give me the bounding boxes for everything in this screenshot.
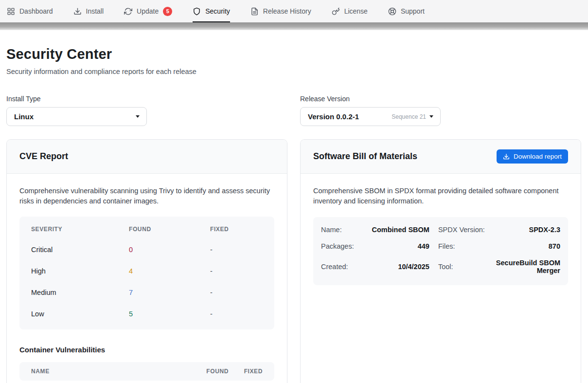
severity-table: SEVERITY FOUND FIXED Critical 0 - High 4 (19, 217, 274, 329)
sbom-description: Comprehensive SBOM in SPDX format provid… (313, 186, 568, 206)
page-root: Dashboard Install Update 5 Security Re (0, 0, 588, 383)
life-buoy-icon (388, 7, 396, 16)
detail-label: SPDX Version: (438, 221, 485, 238)
container-vulnerabilities-title: Container Vulnerabilities (19, 346, 274, 354)
detail-value: 10/4/2025 (363, 255, 429, 279)
nav-shadow-divider (0, 22, 588, 30)
col-found: FOUND (129, 226, 210, 233)
table-row: Low 5 - (19, 303, 274, 325)
nav-label: Dashboard (19, 7, 53, 15)
fixed-count: - (210, 267, 263, 275)
col-found: FOUND (198, 368, 229, 375)
found-count: 7 (129, 289, 210, 296)
severity-table-header: SEVERITY FOUND FIXED (19, 219, 274, 239)
fixed-count: - (210, 289, 263, 296)
nav-item-license[interactable]: License (332, 0, 368, 22)
nav-item-update[interactable]: Update 5 (124, 0, 172, 22)
fixed-count: - (210, 246, 263, 254)
col-fixed: FIXED (210, 226, 263, 233)
cve-report-card: CVE Report Comprehensive vulnerability s… (6, 139, 287, 383)
severity-name: Low (31, 310, 129, 318)
key-icon (332, 7, 340, 16)
install-type-label: Install Type (6, 95, 287, 103)
cve-description: Comprehensive vulnerability scanning usi… (19, 186, 274, 206)
nav-item-release-history[interactable]: Release History (250, 0, 311, 22)
detail-value: SecureBuild SBOM Merger (494, 255, 560, 279)
shield-icon (193, 7, 201, 16)
nav-item-install[interactable]: Install (73, 0, 104, 22)
severity-name: Critical (31, 246, 129, 254)
detail-label: Name: (321, 221, 354, 238)
page-title: Security Center (6, 46, 581, 62)
nav-label: Update (137, 7, 159, 15)
detail-value: SPDX-2.3 (494, 221, 560, 238)
sequence-badge: Sequence 21 (392, 113, 426, 120)
detail-value: 449 (363, 238, 429, 255)
refresh-icon (124, 7, 132, 16)
release-version-group: Release Version Version 0.0.2-1 Sequence… (300, 95, 581, 126)
nav-label: License (344, 7, 368, 15)
download-icon (73, 7, 82, 16)
release-version-select[interactable]: Version 0.0.2-1 Sequence 21 (300, 107, 441, 126)
detail-value: Combined SBOM (363, 221, 429, 238)
dashboard-grid-icon (7, 7, 15, 16)
fixed-count: - (210, 310, 263, 318)
sbom-details-table: Name: Combined SBOM SPDX Version: SPDX-2… (313, 217, 568, 285)
found-count: 0 (129, 246, 210, 254)
found-count: 4 (129, 267, 210, 275)
chevron-down-icon (429, 115, 433, 118)
nav-label: Release History (263, 7, 311, 15)
install-type-value: Linux (14, 112, 34, 121)
table-row: Critical 0 - (19, 239, 274, 260)
severity-name: High (31, 267, 129, 275)
detail-label: Packages: (321, 238, 354, 255)
detail-label: Tool: (438, 255, 485, 279)
nav-label: Security (205, 7, 230, 15)
detail-label: Created: (321, 255, 354, 279)
filters-row: Install Type Linux Release Version Versi… (6, 95, 581, 126)
update-count-badge: 5 (163, 7, 172, 16)
nav-item-security[interactable]: Security (193, 0, 230, 22)
download-icon (503, 153, 510, 160)
chevron-down-icon (136, 115, 140, 118)
nav-item-support[interactable]: Support (388, 0, 425, 22)
table-row: High 4 - (19, 260, 274, 282)
cve-card-title: CVE Report (19, 151, 68, 162)
release-version-value: Version 0.0.2-1 (308, 112, 359, 121)
found-count: 5 (129, 310, 210, 318)
page-subtitle: Security information and compliance repo… (6, 68, 581, 75)
col-severity: SEVERITY (31, 226, 129, 233)
detail-value: 870 (494, 238, 560, 255)
nav-item-dashboard[interactable]: Dashboard (7, 0, 53, 22)
top-nav: Dashboard Install Update 5 Security Re (0, 0, 588, 22)
sbom-card-title: Software Bill of Materials (313, 151, 417, 162)
download-report-label: Download report (514, 153, 562, 160)
sbom-card: Software Bill of Materials Download repo… (300, 139, 581, 383)
severity-name: Medium (31, 289, 129, 296)
nav-label: Install (86, 7, 104, 15)
cve-card-header: CVE Report (7, 140, 287, 174)
cve-card-body: Comprehensive vulnerability scanning usi… (7, 174, 287, 383)
table-row: Medium 7 - (19, 282, 274, 303)
container-vulnerabilities-header: NAME FOUND FIXED (19, 362, 274, 381)
cards-row: CVE Report Comprehensive vulnerability s… (6, 139, 581, 383)
sbom-card-header: Software Bill of Materials Download repo… (301, 140, 581, 174)
download-report-button[interactable]: Download report (497, 149, 568, 164)
detail-label: Files: (438, 238, 485, 255)
col-fixed: FIXED (229, 368, 263, 375)
col-name: NAME (31, 368, 198, 375)
install-type-group: Install Type Linux (6, 95, 287, 126)
nav-label: Support (401, 7, 425, 15)
sbom-card-body: Comprehensive SBOM in SPDX format provid… (301, 174, 581, 297)
release-version-label: Release Version (300, 95, 581, 103)
file-text-icon (250, 7, 259, 16)
install-type-select[interactable]: Linux (6, 107, 147, 126)
